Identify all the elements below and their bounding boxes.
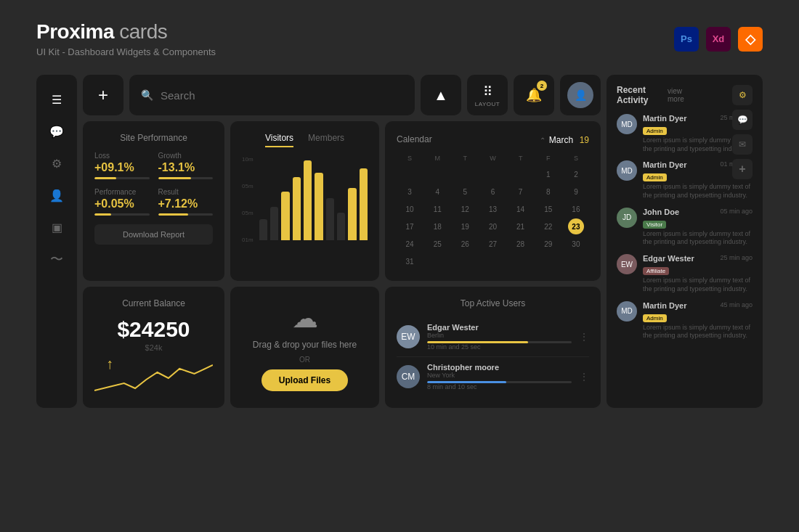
cal-day-18[interactable]: 18 (429, 218, 445, 234)
calendar-header: Calendar ⌃ March 19 (397, 133, 589, 146)
drive-button[interactable]: ▲ (421, 75, 461, 115)
cal-header-w: W (479, 152, 506, 165)
cal-day-20[interactable]: 20 (484, 218, 500, 234)
cal-day-13[interactable]: 13 (484, 201, 500, 217)
act-name-2: John Doe (643, 208, 679, 216)
cal-header-s2: S (563, 152, 589, 165)
search-input[interactable] (161, 89, 403, 102)
activity-panel: ⚙ 💬 ✉ + Recent Activity view more MD Mar… (607, 75, 763, 408)
message-icon[interactable]: ✉ (732, 134, 753, 155)
cal-day-1[interactable]: 1 (540, 166, 556, 182)
activity-item-4: MD Martin Dyer 45 min ago Admin Lorem ip… (617, 301, 753, 340)
user-name-edgar: Edgar Wester (427, 323, 572, 332)
avatar: 👤 (567, 82, 593, 108)
sidebar-item-layout[interactable]: ▣ (44, 214, 70, 240)
cal-header-f: F (535, 152, 561, 165)
cal-day-25[interactable]: 25 (429, 236, 445, 252)
act-info-2: John Doe 05 min ago Visitor Lorem ipsum … (643, 208, 753, 247)
sidebar-item-settings[interactable]: ⚙ (44, 150, 70, 176)
tab-members[interactable]: Members (308, 133, 344, 147)
search-bar[interactable]: 🔍 (129, 75, 415, 115)
cal-day-28[interactable]: 28 (513, 236, 529, 252)
user-menu-christopher[interactable]: ⋮ (579, 371, 589, 382)
cal-day-3[interactable]: 3 (402, 184, 418, 200)
cal-day-9[interactable]: 9 (568, 184, 584, 200)
cal-day-30[interactable]: 30 (568, 236, 584, 252)
sidebar-item-user[interactable]: 👤 (44, 182, 70, 208)
act-badge-3: Affiliate (643, 267, 669, 275)
header-tools: Ps Xd ◇ (674, 27, 763, 52)
cal-day-26[interactable]: 26 (457, 236, 473, 252)
cal-header-s1: S (397, 152, 423, 165)
brand-title: Proxima cards (36, 20, 216, 44)
user-avatar-button[interactable]: 👤 (560, 75, 601, 115)
cal-day-15[interactable]: 15 (540, 201, 556, 217)
cal-day-27[interactable]: 27 (484, 236, 500, 252)
layout-button[interactable]: ⠿ LAYOUT (467, 75, 508, 115)
act-time-3: 25 min ago (720, 254, 753, 261)
balance-amount: $24250 (94, 317, 213, 342)
cal-day-21[interactable]: 21 (513, 218, 529, 234)
act-name-0: Martin Dyer (643, 114, 687, 123)
cal-day-empty (402, 166, 418, 182)
sidebar-item-menu[interactable]: ☰ (44, 86, 70, 112)
brand-subtitle: UI Kit - Dashboard Widgets & Components (36, 46, 216, 57)
sidebar-item-chat[interactable]: 💬 (44, 118, 70, 144)
cal-day-29[interactable]: 29 (540, 236, 556, 252)
user-info-christopher: Christopher moore New York 8 min and 10 … (427, 363, 572, 390)
search-icon: 🔍 (141, 89, 153, 101)
top-content-row: Site Performance Loss +09.1% Growth -13.… (83, 121, 601, 281)
user-item-edgar: EW Edgar Wester Berlin 10 min and 25 sec… (397, 317, 589, 357)
add-activity-button[interactable]: + (732, 159, 753, 179)
cal-day-2[interactable]: 2 (568, 166, 584, 182)
cal-day-8[interactable]: 8 (540, 184, 556, 200)
cal-day-empty (429, 166, 445, 182)
cal-day-23-today[interactable]: 23 (568, 218, 584, 234)
sidebar-item-analytics[interactable]: 〜 (44, 246, 70, 272)
gear-settings-icon[interactable]: ⚙ (732, 85, 753, 105)
cal-header-t2: T (508, 152, 534, 165)
top-active-users-card: Top Active Users EW Edgar Wester Berlin … (385, 287, 601, 408)
cal-day-5[interactable]: 5 (457, 184, 473, 200)
act-name-3: Edgar Wester (643, 254, 694, 263)
tool-sketch-icon: ◇ (738, 27, 763, 52)
upload-files-button[interactable]: Upload Files (261, 369, 348, 391)
cal-day-7[interactable]: 7 (513, 184, 529, 200)
visitors-card: Visitors Members 10m 05m 05m 01m (230, 121, 379, 281)
cal-day-24[interactable]: 24 (402, 236, 418, 252)
cal-day-14[interactable]: 14 (513, 201, 529, 217)
stat-loss: Loss +09.1% (94, 152, 150, 179)
cal-day-4[interactable]: 4 (429, 184, 445, 200)
notification-button[interactable]: 🔔 2 (514, 75, 554, 115)
add-button[interactable]: + (83, 75, 123, 115)
upload-drag-text: Drag & drop your files here (253, 340, 357, 350)
cal-day-12[interactable]: 12 (457, 201, 473, 217)
act-badge-1: Admin (643, 173, 667, 181)
main-column: + 🔍 ▲ ⠿ LAYOUT 🔔 2 👤 (83, 75, 601, 408)
visitors-tabs: Visitors Members (242, 133, 368, 147)
cal-header-t1: T (452, 152, 478, 165)
act-time-2: 05 min ago (720, 208, 753, 215)
view-more-button[interactable]: view more (668, 87, 694, 103)
tab-visitors[interactable]: Visitors (265, 133, 293, 147)
cal-day-22[interactable]: 22 (540, 218, 556, 234)
calendar-card: Calendar ⌃ March 19 S M T (385, 121, 601, 281)
download-report-button[interactable]: Download Report (94, 224, 213, 245)
cal-day-31[interactable]: 31 (402, 253, 418, 269)
whatsapp-icon[interactable]: 💬 (732, 110, 753, 130)
stat-result: Result +7.12% (158, 188, 214, 216)
cal-day-19[interactable]: 19 (457, 218, 473, 234)
user-menu-edgar[interactable]: ⋮ (579, 331, 589, 343)
cal-day-6[interactable]: 6 (484, 184, 500, 200)
user-location-christopher: New York (427, 372, 572, 379)
cal-day-17[interactable]: 17 (402, 218, 418, 234)
cal-day-16[interactable]: 16 (568, 201, 584, 217)
site-performance-card: Site Performance Loss +09.1% Growth -13.… (83, 121, 224, 281)
cal-day-10[interactable]: 10 (402, 201, 418, 217)
tool-xd-icon: Xd (706, 27, 731, 52)
act-time-4: 45 min ago (720, 301, 753, 308)
cal-day-11[interactable]: 11 (429, 201, 445, 217)
user-avatar-edgar: EW (397, 325, 420, 348)
act-text-2: Lorem ipsum is simply dummy text of the … (643, 230, 753, 247)
act-badge-0: Admin (643, 127, 667, 135)
